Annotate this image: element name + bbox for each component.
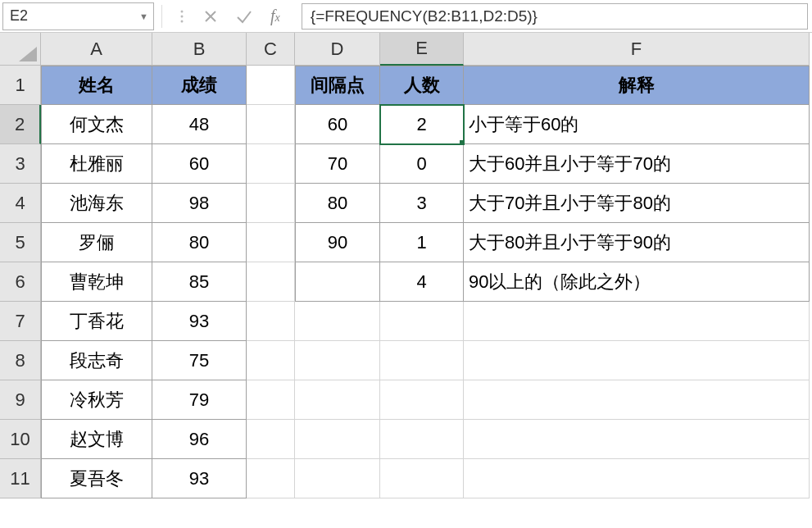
cell-E5[interactable]: 1 bbox=[380, 223, 464, 262]
row-header-7[interactable]: 7 bbox=[0, 302, 41, 341]
cell-C4[interactable] bbox=[247, 184, 295, 223]
cell-C11[interactable] bbox=[247, 459, 295, 498]
cell-F9[interactable] bbox=[464, 380, 810, 420]
cell-D2[interactable]: 60 bbox=[295, 105, 380, 144]
cell-C7[interactable] bbox=[247, 302, 295, 341]
name-box[interactable]: E2 ▼ bbox=[2, 2, 154, 30]
formula-bar: E2 ▼ fx {=FREQUENCY(B2:B11,D2:D5)} bbox=[0, 0, 812, 33]
row-header-10[interactable]: 10 bbox=[0, 420, 41, 459]
cell-D7[interactable] bbox=[295, 302, 380, 341]
cell-A1[interactable]: 姓名 bbox=[41, 66, 152, 105]
row-header-6[interactable]: 6 bbox=[0, 262, 41, 302]
dots-icon bbox=[179, 9, 185, 24]
cell-C5[interactable] bbox=[247, 223, 295, 262]
row-header-1[interactable]: 1 bbox=[0, 66, 41, 105]
cell-A2[interactable]: 何文杰 bbox=[41, 105, 152, 144]
cell-E11[interactable] bbox=[380, 459, 464, 498]
cell-F2[interactable]: 小于等于60的 bbox=[464, 105, 810, 144]
dropdown-icon[interactable]: ▼ bbox=[139, 11, 148, 21]
cell-E2[interactable]: 2 bbox=[380, 105, 464, 144]
col-header-C[interactable]: C bbox=[247, 33, 295, 66]
cell-B8[interactable]: 75 bbox=[152, 341, 247, 380]
cell-D3[interactable]: 70 bbox=[295, 144, 380, 184]
cell-B1[interactable]: 成绩 bbox=[152, 66, 247, 105]
cell-F3[interactable]: 大于60并且小于等于70的 bbox=[464, 144, 810, 184]
svg-point-1 bbox=[181, 15, 184, 17]
cell-D8[interactable] bbox=[295, 341, 380, 380]
cell-B9[interactable]: 79 bbox=[152, 380, 247, 420]
cell-D6[interactable] bbox=[295, 262, 380, 302]
cell-E1[interactable]: 人数 bbox=[380, 66, 464, 105]
col-header-A[interactable]: A bbox=[41, 33, 152, 66]
formula-bar-icons: fx bbox=[166, 7, 293, 25]
cell-C6[interactable] bbox=[247, 262, 295, 302]
cell-F4[interactable]: 大于70并且小于等于80的 bbox=[464, 184, 810, 223]
formula-value: {=FREQUENCY(B2:B11,D2:D5)} bbox=[311, 7, 538, 25]
row-header-4[interactable]: 4 bbox=[0, 184, 41, 223]
cell-F1[interactable]: 解释 bbox=[464, 66, 810, 105]
name-box-value: E2 bbox=[10, 7, 28, 25]
enter-icon[interactable] bbox=[236, 9, 252, 24]
column-headers: A B C D E F bbox=[41, 33, 810, 66]
cell-F6[interactable]: 90以上的（除此之外） bbox=[464, 262, 810, 302]
cell-E4[interactable]: 3 bbox=[380, 184, 464, 223]
cell-A10[interactable]: 赵文博 bbox=[41, 420, 152, 459]
cancel-icon[interactable] bbox=[203, 9, 218, 24]
cell-C1[interactable] bbox=[247, 66, 295, 105]
cell-C9[interactable] bbox=[247, 380, 295, 420]
select-all-corner[interactable] bbox=[0, 33, 41, 66]
cell-F10[interactable] bbox=[464, 420, 810, 459]
row-headers: 1 2 3 4 5 6 7 8 9 10 11 bbox=[0, 66, 41, 498]
cell-C8[interactable] bbox=[247, 341, 295, 380]
cell-F8[interactable] bbox=[464, 341, 810, 380]
col-header-B[interactable]: B bbox=[152, 33, 247, 66]
row-header-3[interactable]: 3 bbox=[0, 144, 41, 184]
cell-B7[interactable]: 93 bbox=[152, 302, 247, 341]
cell-A5[interactable]: 罗俪 bbox=[41, 223, 152, 262]
row-header-5[interactable]: 5 bbox=[0, 223, 41, 262]
cell-A8[interactable]: 段志奇 bbox=[41, 341, 152, 380]
cell-A9[interactable]: 冷秋芳 bbox=[41, 380, 152, 420]
cell-B6[interactable]: 85 bbox=[152, 262, 247, 302]
cell-E9[interactable] bbox=[380, 380, 464, 420]
row-header-2[interactable]: 2 bbox=[0, 105, 41, 144]
col-header-F[interactable]: F bbox=[464, 33, 810, 66]
cell-B5[interactable]: 80 bbox=[152, 223, 247, 262]
cell-C3[interactable] bbox=[247, 144, 295, 184]
row-header-8[interactable]: 8 bbox=[0, 341, 41, 380]
svg-point-0 bbox=[181, 10, 184, 12]
cell-C2[interactable] bbox=[247, 105, 295, 144]
cell-B3[interactable]: 60 bbox=[152, 144, 247, 184]
cell-F7[interactable] bbox=[464, 302, 810, 341]
cell-B2[interactable]: 48 bbox=[152, 105, 247, 144]
cell-A11[interactable]: 夏吾冬 bbox=[41, 459, 152, 498]
col-header-E[interactable]: E bbox=[380, 33, 464, 66]
fx-icon[interactable]: fx bbox=[270, 7, 280, 25]
divider bbox=[161, 5, 162, 28]
cell-B4[interactable]: 98 bbox=[152, 184, 247, 223]
cell-F11[interactable] bbox=[464, 459, 810, 498]
cell-E3[interactable]: 0 bbox=[380, 144, 464, 184]
row-header-9[interactable]: 9 bbox=[0, 380, 41, 420]
cell-D10[interactable] bbox=[295, 420, 380, 459]
cell-A7[interactable]: 丁香花 bbox=[41, 302, 152, 341]
col-header-D[interactable]: D bbox=[295, 33, 380, 66]
cell-A4[interactable]: 池海东 bbox=[41, 184, 152, 223]
cell-A3[interactable]: 杜雅丽 bbox=[41, 144, 152, 184]
cell-B11[interactable]: 93 bbox=[152, 459, 247, 498]
cell-E7[interactable] bbox=[380, 302, 464, 341]
formula-input[interactable]: {=FREQUENCY(B2:B11,D2:D5)} bbox=[302, 3, 808, 30]
cell-A6[interactable]: 曹乾坤 bbox=[41, 262, 152, 302]
cell-C10[interactable] bbox=[247, 420, 295, 459]
cell-E6[interactable]: 4 bbox=[380, 262, 464, 302]
cell-D9[interactable] bbox=[295, 380, 380, 420]
cell-B10[interactable]: 96 bbox=[152, 420, 247, 459]
cell-D5[interactable]: 90 bbox=[295, 223, 380, 262]
cell-E8[interactable] bbox=[380, 341, 464, 380]
cell-D1[interactable]: 间隔点 bbox=[295, 66, 380, 105]
cell-F5[interactable]: 大于80并且小于等于90的 bbox=[464, 223, 810, 262]
cell-D11[interactable] bbox=[295, 459, 380, 498]
row-header-11[interactable]: 11 bbox=[0, 459, 41, 498]
cell-E10[interactable] bbox=[380, 420, 464, 459]
cell-D4[interactable]: 80 bbox=[295, 184, 380, 223]
